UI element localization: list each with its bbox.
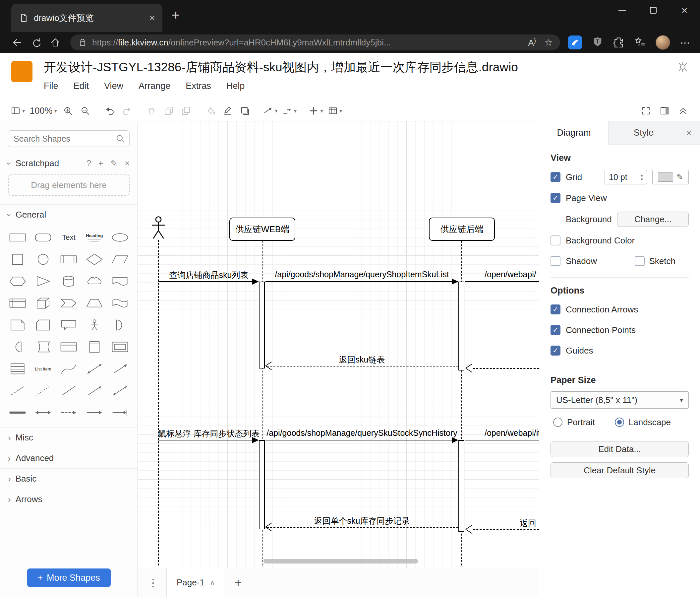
return-line[interactable] bbox=[473, 529, 539, 530]
to-back-button[interactable] bbox=[178, 103, 194, 118]
tab-style[interactable]: Style bbox=[609, 121, 678, 145]
shape-heading[interactable]: Heading bbox=[81, 227, 107, 248]
clear-default-style-button[interactable]: Clear Default Style bbox=[551, 462, 689, 478]
paper-size-select[interactable]: US-Letter (8,5" x 11") ▾ bbox=[551, 391, 689, 409]
message-line[interactable] bbox=[465, 440, 539, 440]
shape-data-storage[interactable] bbox=[30, 336, 56, 358]
message-label[interactable]: /open/webapi/item bbox=[484, 428, 539, 438]
format-panel-toggle-button[interactable] bbox=[657, 103, 672, 118]
browser-tab[interactable]: drawio文件预览 × bbox=[11, 4, 162, 32]
insert-button[interactable]: ▾ bbox=[307, 103, 324, 118]
sketch-checkbox[interactable] bbox=[635, 256, 645, 266]
edit-data-button[interactable]: Edit Data... bbox=[551, 441, 689, 457]
message-label[interactable]: 鼠标悬浮 库存同步状态列表 bbox=[158, 428, 260, 439]
message-label[interactable]: 返回单个sku库存同步记录 bbox=[314, 516, 410, 526]
shape-actor[interactable] bbox=[81, 314, 107, 336]
undo-button[interactable] bbox=[102, 103, 117, 118]
shape-vertical-container[interactable] bbox=[81, 336, 107, 358]
shape-circle[interactable] bbox=[30, 249, 56, 270]
actor-lifeline[interactable] bbox=[158, 240, 159, 566]
home-button[interactable] bbox=[46, 33, 65, 52]
message-line[interactable] bbox=[158, 281, 252, 282]
delete-button[interactable] bbox=[144, 103, 159, 118]
fullscreen-button[interactable] bbox=[639, 103, 654, 118]
read-aloud-icon[interactable]: A) bbox=[528, 37, 536, 48]
view-selector-button[interactable]: ▾ bbox=[9, 103, 26, 118]
sidebar-section-arrows[interactable]: ›Arrows bbox=[0, 489, 138, 509]
message-line[interactable] bbox=[158, 440, 252, 440]
page-tab[interactable]: Page-1 ∧ bbox=[166, 568, 225, 597]
extensions-puzzle-icon[interactable] bbox=[613, 36, 624, 49]
message-line[interactable] bbox=[266, 440, 452, 440]
connection-arrows-checkbox[interactable]: ✓ bbox=[551, 305, 560, 314]
lifeline-box-backend[interactable]: 供应链后端 bbox=[429, 218, 495, 241]
actor-figure[interactable] bbox=[151, 216, 166, 240]
shape-parallelogram[interactable] bbox=[107, 249, 133, 270]
shape-frame[interactable] bbox=[107, 336, 133, 358]
background-color-checkbox[interactable] bbox=[551, 236, 560, 245]
shape-dashed-line[interactable] bbox=[5, 380, 30, 401]
message-label[interactable]: /open/webapi/ bbox=[484, 270, 536, 279]
tab-close-icon[interactable]: × bbox=[149, 12, 155, 24]
change-background-button[interactable]: Change... bbox=[617, 212, 689, 227]
close-button[interactable]: × bbox=[669, 0, 700, 21]
message-label[interactable]: 返回 bbox=[520, 518, 536, 529]
line-color-button[interactable] bbox=[220, 103, 235, 118]
panel-close-icon[interactable]: × bbox=[686, 121, 700, 145]
redo-button[interactable] bbox=[119, 103, 134, 118]
landscape-radio[interactable] bbox=[615, 417, 624, 427]
shape-cube[interactable] bbox=[30, 292, 56, 314]
shape-triangle[interactable] bbox=[30, 271, 56, 292]
tab-diagram[interactable]: Diagram bbox=[539, 121, 609, 145]
back-button[interactable] bbox=[7, 33, 26, 52]
shadow-checkbox[interactable] bbox=[551, 256, 560, 266]
return-line[interactable] bbox=[267, 366, 458, 366]
browser-menu-icon[interactable]: ⋯ bbox=[680, 37, 690, 48]
shape-line[interactable] bbox=[56, 380, 81, 401]
page-view-checkbox[interactable]: ✓ bbox=[551, 193, 560, 203]
shape-diamond[interactable] bbox=[81, 249, 107, 270]
theme-toggle-button[interactable] bbox=[677, 61, 689, 74]
shape-hexagon[interactable] bbox=[5, 271, 30, 292]
scratchpad-edit-icon[interactable]: ✎ bbox=[110, 159, 117, 168]
message-line[interactable] bbox=[266, 281, 452, 282]
sidebar-section-advanced[interactable]: ›Advanced bbox=[0, 448, 138, 468]
search-shapes-input[interactable] bbox=[8, 130, 130, 147]
minimize-button[interactable] bbox=[606, 0, 638, 21]
shape-horizontal-bidirectional-arrow[interactable] bbox=[30, 402, 56, 423]
menu-help[interactable]: Help bbox=[226, 81, 245, 91]
activation-bar-backend-2[interactable] bbox=[458, 440, 464, 532]
shape-list[interactable] bbox=[5, 358, 30, 379]
scratchpad-add-icon[interactable]: + bbox=[98, 159, 103, 168]
lifeline-box-web[interactable]: 供应链WEB端 bbox=[229, 218, 295, 241]
shape-tape[interactable] bbox=[107, 292, 133, 314]
zoom-level-button[interactable]: 100%▾ bbox=[28, 103, 59, 118]
message-label[interactable]: /api/goods/shopManage/querySkuStockSyncH… bbox=[267, 428, 457, 438]
connection-points-checkbox[interactable]: ✓ bbox=[551, 325, 560, 335]
grid-color-button[interactable]: ✎ bbox=[652, 170, 689, 184]
shape-rounded-rectangle[interactable] bbox=[30, 227, 56, 248]
shape-cylinder[interactable] bbox=[56, 271, 81, 292]
shape-bidirectional-arrow[interactable] bbox=[81, 358, 107, 379]
search-icon[interactable] bbox=[116, 134, 125, 143]
shape-connector-with-terminal[interactable] bbox=[107, 402, 133, 423]
menu-extras[interactable]: Extras bbox=[185, 81, 211, 91]
new-tab-button[interactable]: + bbox=[172, 7, 180, 23]
shape-trapezoid[interactable] bbox=[81, 292, 107, 314]
shape-arrow[interactable] bbox=[107, 358, 133, 379]
extension-bird-icon[interactable] bbox=[568, 35, 582, 49]
add-page-button[interactable]: + bbox=[235, 576, 242, 590]
return-line[interactable] bbox=[267, 527, 458, 528]
chevron-down-icon[interactable]: › bbox=[5, 162, 14, 165]
zoom-in-button[interactable] bbox=[60, 103, 76, 118]
shape-callout[interactable] bbox=[56, 314, 81, 336]
shape-link[interactable] bbox=[5, 402, 30, 423]
address-bar[interactable]: https://file.kkview.cn/onlinePreview?url… bbox=[70, 34, 560, 50]
scratchpad-header[interactable]: › Scratchpad ? + ✎ × bbox=[0, 158, 138, 168]
collapse-toolbar-button[interactable] bbox=[675, 103, 691, 118]
extension-shield-icon[interactable]: T bbox=[592, 36, 603, 49]
shadow-button[interactable] bbox=[237, 103, 253, 118]
more-shapes-button[interactable]: +More Shapes bbox=[27, 569, 111, 587]
shape-or[interactable] bbox=[107, 314, 133, 336]
maximize-button[interactable] bbox=[638, 0, 669, 21]
